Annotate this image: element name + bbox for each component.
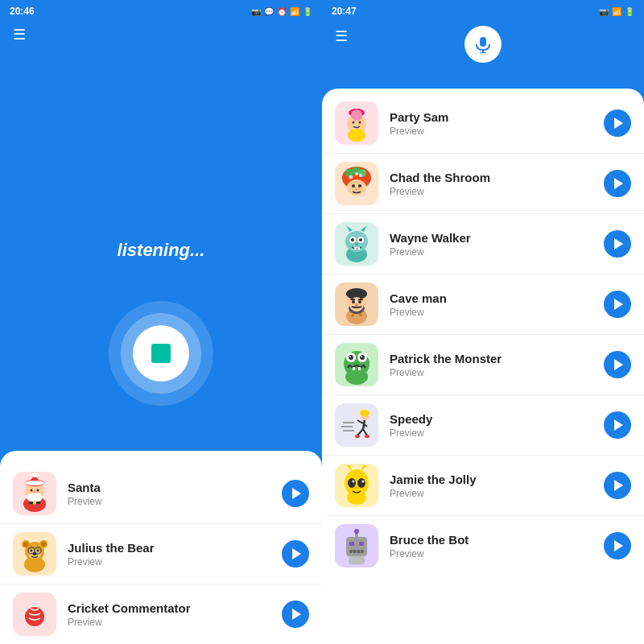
svg-rect-74 (358, 299, 363, 300)
play-button[interactable] (604, 230, 631, 258)
svg-point-23 (31, 550, 33, 552)
svg-point-39 (348, 129, 365, 142)
signal-icon: 📶 (290, 7, 299, 16)
svg-point-62 (357, 242, 359, 246)
svg-rect-121 (359, 542, 364, 546)
play-button[interactable] (282, 601, 309, 628)
avatar (335, 464, 378, 507)
party-sam-avatar (336, 103, 377, 143)
signal-icon-r: 📶 (612, 7, 621, 16)
caveman-avatar (336, 284, 377, 324)
svg-point-19 (41, 542, 46, 547)
right-time: 20:47 (332, 6, 357, 17)
play-button[interactable] (282, 540, 309, 568)
listening-text: listening... (118, 240, 205, 261)
play-button[interactable] (604, 532, 631, 559)
mic-outer-ring (109, 301, 213, 406)
jamie-avatar (336, 465, 377, 506)
santa-avatar-svg (14, 473, 55, 514)
battery-icon-r: 🔋 (625, 7, 634, 16)
voice-info: Speedy Preview (390, 412, 592, 439)
play-icon (614, 359, 623, 370)
voice-preview-label: Preview (390, 307, 592, 318)
list-item: Wayne Walker Preview (322, 214, 644, 275)
svg-point-50 (359, 174, 362, 177)
svg-point-8 (37, 489, 39, 492)
voice-name: Julius the Bear (68, 541, 270, 555)
play-button[interactable] (604, 411, 631, 439)
voice-info: Santa Preview (68, 481, 270, 507)
avatar (13, 592, 56, 636)
svg-point-114 (362, 481, 365, 483)
svg-point-67 (351, 314, 354, 317)
voice-name: Party Sam (390, 110, 592, 124)
svg-point-24 (37, 550, 39, 552)
right-top-bar: ☰ (322, 23, 644, 53)
camera-icon-r: 📷 (599, 7, 609, 16)
voice-name: Santa (68, 481, 270, 494)
play-icon (292, 548, 301, 559)
julius-avatar-svg (14, 534, 55, 574)
voice-name: Patrick the Monster (390, 352, 592, 365)
svg-point-51 (355, 172, 358, 175)
play-icon (614, 419, 623, 431)
right-menu-icon[interactable]: ☰ (335, 27, 348, 45)
patrick-avatar (336, 345, 377, 385)
svg-point-85 (349, 356, 351, 357)
voice-name: Speedy (390, 412, 592, 426)
mic-top-button[interactable] (464, 26, 502, 63)
svg-point-49 (349, 175, 353, 180)
avatar (335, 162, 378, 205)
left-menu-icon[interactable]: ☰ (13, 27, 26, 43)
right-panel: 20:47 📷 📶 🔋 ☰ (322, 0, 644, 644)
svg-point-83 (349, 355, 353, 360)
svg-point-102 (355, 435, 360, 438)
svg-point-113 (353, 481, 355, 483)
voice-info: Cave man Preview (390, 291, 592, 318)
voice-info: Party Sam Preview (390, 110, 592, 137)
microphone-icon (474, 35, 492, 53)
voice-preview-label: Preview (68, 617, 270, 628)
play-button[interactable] (604, 291, 631, 318)
right-status-bar: 20:47 📷 📶 🔋 (322, 0, 644, 23)
voice-info: Wayne Walker Preview (390, 231, 592, 258)
play-icon (292, 609, 301, 620)
avatar (335, 403, 378, 447)
play-button[interactable] (604, 109, 631, 137)
play-icon (614, 118, 623, 129)
svg-rect-64 (357, 247, 360, 250)
mic-inner-ring (121, 313, 201, 394)
play-icon (614, 540, 623, 551)
camera-icon: 📷 (251, 7, 261, 16)
voice-preview-label: Preview (390, 126, 592, 137)
svg-point-46 (352, 184, 355, 188)
play-icon (614, 238, 623, 250)
svg-rect-12 (33, 502, 36, 505)
play-button[interactable] (282, 480, 309, 507)
voice-preview-label: Preview (68, 496, 270, 507)
svg-point-60 (359, 238, 362, 242)
svg-point-112 (357, 478, 365, 488)
list-item: Bruce the Bot Preview (322, 516, 644, 576)
voice-name: Cave man (390, 291, 592, 305)
message-icon: 💬 (264, 7, 274, 16)
voice-info: Bruce the Bot Preview (390, 533, 592, 559)
play-button[interactable] (604, 351, 631, 378)
stop-square (151, 344, 171, 363)
svg-rect-117 (346, 537, 367, 556)
list-item: Jamie the Jolly Preview (322, 456, 644, 516)
svg-point-91 (337, 406, 376, 444)
svg-rect-73 (350, 299, 355, 300)
wayne-avatar (336, 224, 377, 264)
stop-button[interactable] (133, 325, 189, 382)
play-button[interactable] (604, 170, 631, 197)
svg-point-68 (359, 313, 362, 316)
svg-rect-120 (349, 542, 354, 546)
voice-preview-label: Preview (390, 488, 592, 499)
alarm-icon: ⏰ (277, 7, 287, 16)
play-icon (614, 480, 623, 491)
speedy-avatar (336, 405, 377, 445)
svg-point-86 (361, 356, 362, 357)
avatar (335, 524, 378, 568)
play-button[interactable] (604, 472, 631, 499)
